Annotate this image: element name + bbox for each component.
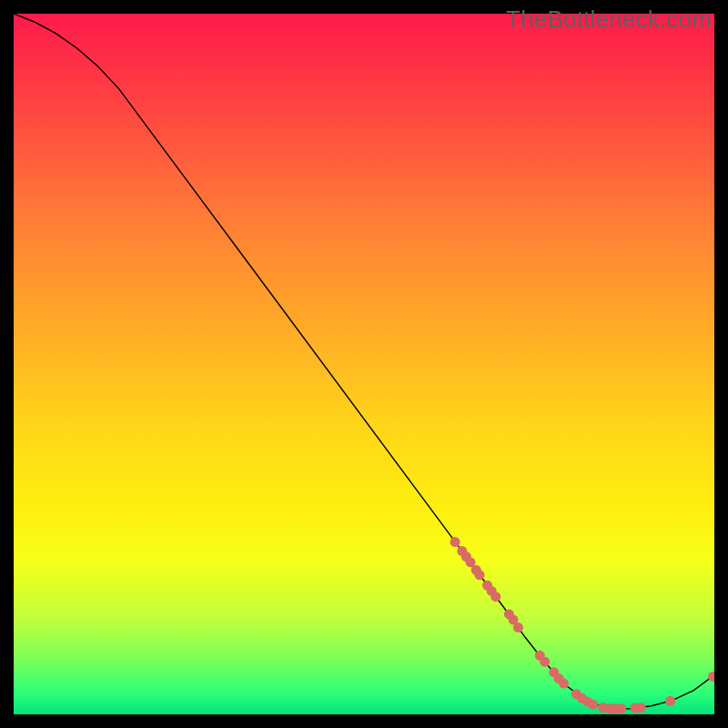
- data-point: [450, 537, 460, 547]
- data-point: [490, 592, 500, 602]
- bottleneck-curve: [14, 14, 714, 709]
- curve-layer: [14, 14, 714, 714]
- data-point: [475, 570, 485, 580]
- data-point: [665, 696, 675, 706]
- data-point: [588, 700, 598, 710]
- data-point: [636, 703, 646, 713]
- data-point: [513, 622, 523, 632]
- data-point: [559, 679, 569, 689]
- chart-area: [14, 14, 714, 714]
- data-markers: [450, 537, 714, 713]
- data-point: [708, 672, 714, 682]
- data-point: [540, 657, 550, 667]
- data-point: [616, 703, 626, 713]
- watermark-text: TheBottleneck.com: [506, 5, 712, 34]
